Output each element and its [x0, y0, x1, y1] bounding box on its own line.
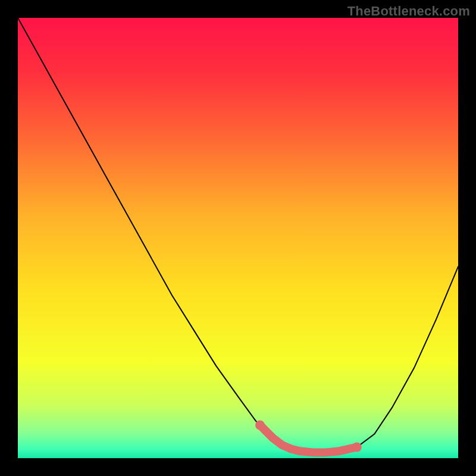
chart-svg	[18, 18, 458, 458]
chart-frame: TheBottleneck.com	[0, 0, 476, 476]
gradient-background	[18, 18, 458, 458]
watermark-text: TheBottleneck.com	[347, 4, 470, 19]
highlight-endpoint-left	[255, 421, 265, 430]
plot-area	[18, 18, 458, 458]
highlight-endpoint-right	[352, 443, 362, 452]
